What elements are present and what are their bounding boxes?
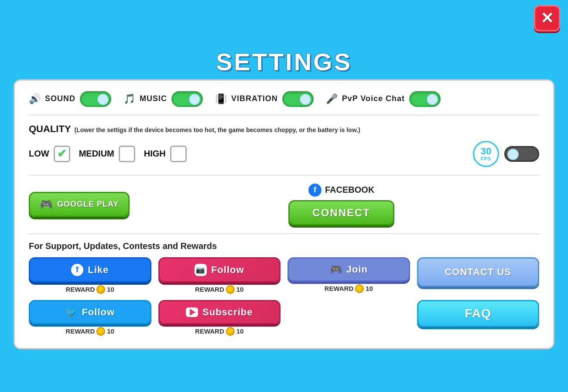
empty-cell xyxy=(287,300,410,336)
support-title: For Support, Updates, Contests and Rewar… xyxy=(29,241,539,251)
faq-label: FAQ xyxy=(465,307,491,320)
faq-button[interactable]: FAQ xyxy=(417,300,540,327)
quality-medium-label: MEDIUM xyxy=(79,149,114,159)
youtube-icon xyxy=(186,307,198,317)
gamepad-icon: 🎮 xyxy=(40,198,53,211)
facebook-label-row: f FACEBOOK xyxy=(308,184,374,197)
vibration-label: VIBRATION xyxy=(231,94,278,103)
sound-toggle-item: 🔊 SOUND xyxy=(29,91,111,107)
instagram-btn-icon: 📷 xyxy=(195,264,207,276)
twitter-follow-reward: REWARD 10 xyxy=(66,327,114,336)
twitter-follow-button[interactable]: 🐦 Follow xyxy=(29,300,151,324)
facebook-btn-icon: f xyxy=(71,264,83,276)
twitter-icon: 🐦 xyxy=(65,307,77,318)
quality-medium-checkbox[interactable] xyxy=(119,146,135,162)
twitter-follow-label: Follow xyxy=(82,307,115,318)
support-section: For Support, Updates, Contests and Rewar… xyxy=(29,241,539,336)
sound-label: SOUND xyxy=(45,94,75,103)
sound-icon: 🔊 xyxy=(29,93,41,105)
youtube-subscribe-button[interactable]: Subscribe xyxy=(158,300,281,324)
fps-section: 30 FPS xyxy=(473,141,539,167)
music-label: MUSIC xyxy=(140,94,167,103)
facebook-connect-button[interactable]: CONNECT xyxy=(288,200,394,225)
pvp-voice-toggle-knob xyxy=(427,94,438,105)
music-toggle-item: 🎵 MUSIC xyxy=(123,91,203,107)
yt-subscribe-label: Subscribe xyxy=(202,307,253,318)
quality-subtitle: (Lower the settigs if the device becomes… xyxy=(75,126,360,133)
vibration-toggle-knob xyxy=(300,94,311,105)
pvp-voice-label: PvP Voice Chat xyxy=(342,94,405,103)
quality-options: LOW ✔ MEDIUM HIGH 30 FPS xyxy=(29,141,539,167)
vibration-icon: 📳 xyxy=(215,93,227,105)
quality-low: LOW ✔ xyxy=(29,146,70,162)
quality-low-label: LOW xyxy=(29,149,49,159)
checkmark-icon: ✔ xyxy=(57,147,67,160)
toggle-row: 🔊 SOUND 🎵 MUSIC 📳 VIBRATION xyxy=(29,91,539,116)
fps-toggle[interactable] xyxy=(504,146,539,162)
quality-title: QUALITY xyxy=(29,123,71,135)
fps-toggle-knob xyxy=(507,149,519,160)
facebook-connect: f FACEBOOK CONNECT xyxy=(288,184,394,225)
instagram-follow-button[interactable]: 📷 Follow xyxy=(158,257,281,283)
discord-join-label: Join xyxy=(346,264,368,275)
music-toggle-knob xyxy=(189,94,200,105)
sound-toggle[interactable] xyxy=(80,91,111,107)
quality-section: QUALITY (Lower the settigs if the device… xyxy=(29,123,539,176)
music-icon: 🎵 xyxy=(123,93,135,105)
fb-like-label: Like xyxy=(88,264,109,276)
pvp-voice-toggle-item: 🎤 PvP Voice Chat xyxy=(326,91,441,107)
coin-icon xyxy=(96,285,105,294)
fps-number: 30 xyxy=(481,147,491,156)
google-play-button[interactable]: 🎮 GOOGLE PLAY xyxy=(29,192,130,217)
modal-title: SETTINGS xyxy=(216,48,352,76)
discord-join-reward: REWARD 10 xyxy=(325,284,373,293)
quality-high-label: HIGH xyxy=(144,149,166,159)
music-toggle[interactable] xyxy=(171,91,203,107)
yt-subscribe-wrap: Subscribe REWARD 10 xyxy=(158,300,281,336)
vibration-toggle[interactable] xyxy=(282,91,314,107)
fps-label: FPS xyxy=(481,156,491,161)
microphone-icon: 🎤 xyxy=(326,93,338,105)
facebook-text: FACEBOOK xyxy=(325,185,374,195)
facebook-icon: f xyxy=(308,184,322,197)
coin-icon-5 xyxy=(226,327,235,336)
ig-follow-wrap: 📷 Follow REWARD 10 xyxy=(158,257,281,294)
contact-us-label: CONTACT US xyxy=(445,266,511,278)
ig-follow-reward: REWARD 10 xyxy=(195,285,243,294)
yt-subscribe-reward: REWARD 10 xyxy=(195,327,243,336)
discord-join-wrap: 🎮 Join REWARD 10 xyxy=(287,257,410,294)
contact-us-button[interactable]: CONTACT US xyxy=(417,257,540,287)
fps-circle: 30 FPS xyxy=(473,141,499,167)
settings-panel: 🔊 SOUND 🎵 MUSIC 📳 VIBRATION xyxy=(14,79,554,349)
sound-toggle-knob xyxy=(97,94,109,105)
quality-medium: MEDIUM xyxy=(79,146,135,162)
ig-follow-label: Follow xyxy=(211,264,244,276)
coin-icon-4 xyxy=(96,327,105,336)
coin-icon-2 xyxy=(226,285,235,294)
close-button[interactable]: ✕ xyxy=(534,5,560,31)
quality-title-row: QUALITY (Lower the settigs if the device… xyxy=(29,123,539,135)
contact-us-wrap: CONTACT US xyxy=(417,257,540,294)
google-play-label: GOOGLE PLAY xyxy=(57,200,119,209)
twitter-follow-wrap: 🐦 Follow REWARD 10 xyxy=(29,300,151,336)
quality-high: HIGH xyxy=(144,146,187,162)
connect-section: 🎮 GOOGLE PLAY f FACEBOOK CONNECT xyxy=(29,184,539,234)
quality-high-checkbox[interactable] xyxy=(170,146,187,162)
social-grid: f Like REWARD 10 📷 Follow xyxy=(29,257,539,336)
facebook-like-button[interactable]: f Like xyxy=(29,257,151,283)
quality-low-checkbox[interactable]: ✔ xyxy=(54,146,70,162)
pvp-voice-toggle[interactable] xyxy=(409,91,441,107)
discord-icon: 🎮 xyxy=(330,264,342,275)
coin-icon-3 xyxy=(355,284,364,293)
discord-join-button[interactable]: 🎮 Join xyxy=(287,257,410,282)
fb-like-reward: REWARD 10 xyxy=(66,285,114,294)
faq-wrap: FAQ xyxy=(417,300,540,336)
vibration-toggle-item: 📳 VIBRATION xyxy=(215,91,314,107)
fb-like-wrap: f Like REWARD 10 xyxy=(29,257,151,294)
